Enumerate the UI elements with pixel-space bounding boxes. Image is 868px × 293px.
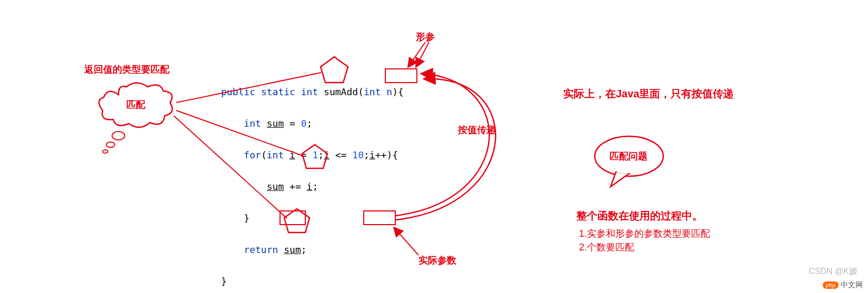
pentagon-sum-return: [300, 143, 330, 170]
svg-marker-5: [302, 145, 327, 168]
label-formal-param: 形参: [416, 31, 435, 43]
pentagon-int-return: [318, 55, 350, 85]
speech-match-problem: 匹配问题: [590, 134, 674, 194]
label-return-type-match: 返回值的类型要匹配: [84, 63, 169, 76]
svg-line-10: [408, 42, 425, 67]
rect-formal-param: [385, 68, 417, 83]
pentagon-ret: [282, 207, 312, 235]
label-actual-param: 实际参数: [418, 254, 456, 267]
label-rule1: 1.实参和形参的参数类型要匹配: [579, 227, 710, 240]
label-rule2: 2.个数要匹配: [579, 241, 634, 254]
rect-actual-arg: [363, 210, 396, 225]
label-java-fact: 实际上，在Java里面，只有按值传递: [563, 87, 734, 101]
csdn-watermark: CSDN @K嫒: [809, 266, 857, 277]
svg-point-2: [103, 150, 108, 153]
site-watermark: php 中文网: [823, 280, 863, 290]
label-usage: 整个函数在使用的过程中。: [576, 209, 703, 223]
svg-marker-6: [284, 209, 310, 233]
cloud-match: 匹配: [97, 82, 182, 136]
svg-point-1: [106, 142, 115, 147]
svg-marker-4: [321, 57, 348, 83]
svg-line-11: [416, 42, 429, 67]
label-pass-by-value: 按值传递: [458, 124, 496, 136]
